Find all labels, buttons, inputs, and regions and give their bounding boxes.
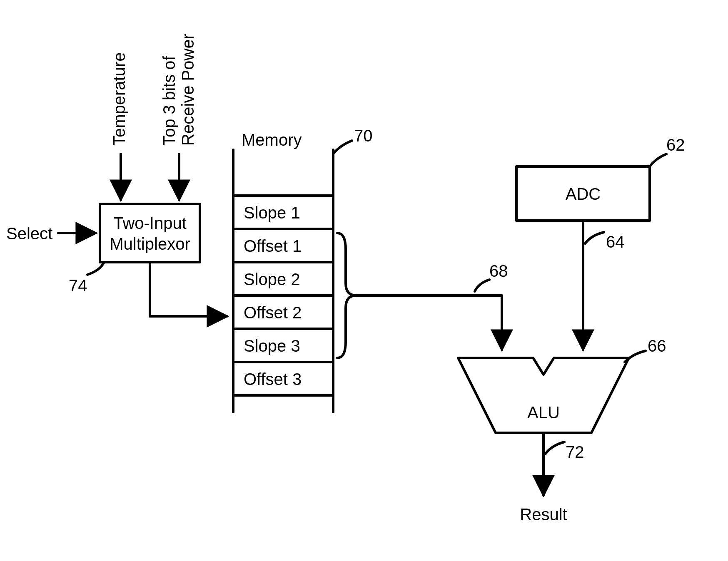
- alu-ref: 66: [648, 337, 666, 355]
- memory-cell-0: Slope 1: [244, 204, 300, 222]
- memory-cell-5: Offset 3: [244, 370, 302, 388]
- alu-label: ALU: [527, 403, 560, 422]
- result-label: Result: [520, 505, 567, 524]
- mux-line2: Multiplexor: [110, 235, 190, 253]
- bus-ref: 68: [489, 262, 508, 280]
- mux-ref: 74: [69, 276, 87, 295]
- memory-cell-1: Offset 1: [244, 237, 302, 255]
- svg-rect-3: [100, 204, 200, 262]
- memory-ref: 70: [354, 127, 373, 145]
- memory-cell-3: Offset 2: [244, 303, 302, 322]
- select-label: Select: [6, 224, 52, 243]
- adc-ref: 62: [666, 136, 685, 154]
- top3bits-label: Top 3 bits of: [160, 55, 178, 146]
- adc-label: ADC: [566, 185, 601, 203]
- alu-out-ref: 72: [566, 443, 584, 461]
- memory-cell-2: Slope 2: [244, 270, 300, 288]
- adc-out-ref: 64: [606, 233, 625, 251]
- memory-title: Memory: [242, 131, 302, 149]
- receive-power-label: Receive Power: [179, 34, 197, 146]
- temperature-label: Temperature: [110, 52, 128, 146]
- mux-line1: Two-Input: [113, 214, 187, 232]
- memory-cell-4: Slope 3: [244, 337, 300, 355]
